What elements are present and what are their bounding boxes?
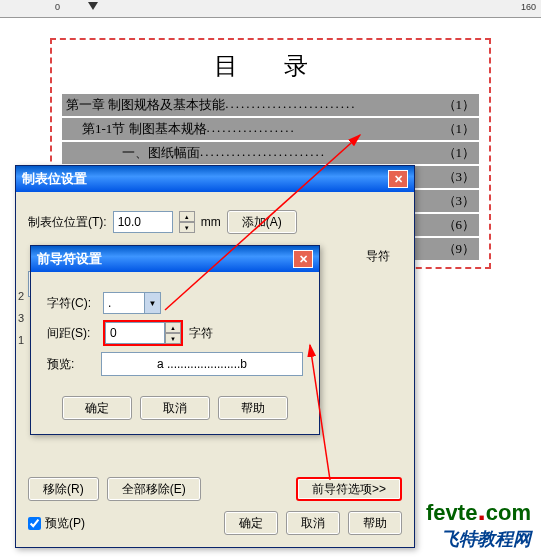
toc-line[interactable]: 第1-1节 制图基本规格 ................. （1） [62, 118, 479, 140]
toc-line[interactable]: 第一章 制图规格及基本技能 ......................... … [62, 94, 479, 116]
toc-text: 第一章 制图规格及基本技能 [66, 96, 225, 114]
chevron-down-icon[interactable]: ▼ [144, 293, 160, 313]
leader-label: 导符 [366, 248, 390, 265]
titlebar[interactable]: 制表位设置 ✕ [16, 166, 414, 192]
horizontal-ruler: 0 160 [0, 0, 541, 18]
toc-page: （1） [443, 120, 476, 138]
toc-text: 第1-1节 制图基本规格 [82, 120, 207, 138]
watermark: fevte.com 飞特教程网 [426, 493, 531, 551]
cancel-button[interactable]: 取消 [286, 511, 340, 535]
toc-page: （1） [443, 144, 476, 162]
spin-down-icon[interactable]: ▼ [179, 222, 195, 233]
toc-title: 目 录 [62, 45, 479, 92]
toc-page: （1） [443, 96, 476, 114]
toc-text: 一、图纸幅面 [122, 144, 200, 162]
spin-up-icon[interactable]: ▲ [179, 211, 195, 222]
spinner[interactable]: ▲ ▼ [165, 322, 181, 344]
spin-down-icon[interactable]: ▼ [165, 333, 181, 344]
spacing-input[interactable]: 0 [105, 322, 165, 344]
tab-position-label: 制表位位置(T): [28, 214, 107, 231]
spacing-label: 间距(S): [47, 325, 97, 342]
remove-all-button[interactable]: 全部移除(E) [107, 477, 201, 501]
leader-settings-dialog: 前导符设置 ✕ 字符(C): . ▼ 间距(S): 0 ▲ ▼ 字符 预览: a… [30, 245, 320, 435]
char-label: 字符(C): [47, 295, 97, 312]
cancel-button[interactable]: 取消 [140, 396, 210, 420]
toc-dots: ......................... [225, 96, 442, 114]
titlebar[interactable]: 前导符设置 ✕ [31, 246, 319, 272]
add-button[interactable]: 添加(A) [227, 210, 297, 234]
spinner[interactable]: ▲ ▼ [179, 211, 195, 233]
close-icon[interactable]: ✕ [293, 250, 313, 268]
preview-check-input[interactable] [28, 517, 41, 530]
toc-line[interactable]: 一、图纸幅面 ........................ （1） [62, 142, 479, 164]
ruler-tick: 0 [55, 2, 60, 12]
preview-check-label: 预览(P) [45, 515, 85, 532]
close-icon[interactable]: ✕ [388, 170, 408, 188]
help-button[interactable]: 帮助 [348, 511, 402, 535]
toc-dots: ................. [207, 120, 443, 138]
char-select[interactable]: . ▼ [103, 292, 161, 314]
preview-label: 预览: [47, 356, 95, 373]
ok-button[interactable]: 确定 [224, 511, 278, 535]
side-markers: 2 3 1 [18, 280, 24, 356]
ruler-marker[interactable] [88, 2, 98, 10]
spin-up-icon[interactable]: ▲ [165, 322, 181, 333]
help-button[interactable]: 帮助 [218, 396, 288, 420]
preview-box: a ......................b [101, 352, 303, 376]
char-value: . [104, 296, 144, 310]
ruler-tick: 160 [521, 2, 536, 12]
remove-button[interactable]: 移除(R) [28, 477, 99, 501]
unit-label: mm [201, 215, 221, 229]
dialog-title: 制表位设置 [22, 170, 388, 188]
ok-button[interactable]: 确定 [62, 396, 132, 420]
dialog-title: 前导符设置 [37, 250, 293, 268]
tab-position-input[interactable]: 10.0 [113, 211, 173, 233]
toc-dots: ........................ [200, 144, 443, 162]
preview-checkbox[interactable]: 预览(P) [28, 515, 85, 532]
spacing-unit: 字符 [189, 325, 213, 342]
dialog-body: 字符(C): . ▼ 间距(S): 0 ▲ ▼ 字符 预览: a .......… [31, 272, 319, 434]
leader-options-button[interactable]: 前导符选项>> [296, 477, 402, 501]
